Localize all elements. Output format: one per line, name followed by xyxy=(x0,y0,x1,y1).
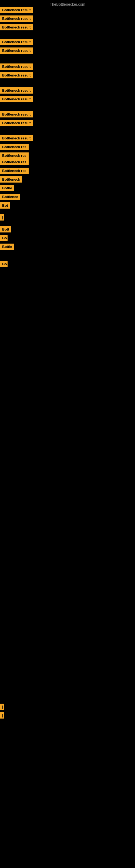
bottleneck-badge-row: Bottle xyxy=(0,185,14,192)
bottleneck-badge-row: Bot xyxy=(0,203,10,210)
bottleneck-result-badge: Bottleneck result xyxy=(0,96,33,102)
bottleneck-badge-row: | xyxy=(0,712,4,720)
bottleneck-badge-row: Bottlenec xyxy=(0,194,20,201)
bottleneck-result-badge: | xyxy=(0,214,4,220)
bottleneck-result-badge: Bottleneck res xyxy=(0,144,29,150)
bottleneck-badge-row: Bo xyxy=(0,261,8,268)
bottleneck-badge-row: Bo xyxy=(0,235,8,242)
bottleneck-result-badge: Bottlenec xyxy=(0,194,20,200)
bottleneck-badge-row: Bottleneck xyxy=(0,176,22,184)
bottleneck-result-badge: Bottleneck result xyxy=(0,39,33,45)
bottleneck-result-badge: Bottleneck result xyxy=(0,72,33,79)
bottleneck-result-badge: Bottleneck res xyxy=(0,167,29,174)
bottleneck-badge-row: Bottleneck res xyxy=(0,159,29,166)
bottleneck-result-badge: Bottleneck result xyxy=(0,63,33,70)
bottleneck-result-badge: Bottleneck result xyxy=(0,87,33,94)
bottleneck-result-badge: | xyxy=(0,712,4,718)
bottleneck-badge-row: Bottleneck result xyxy=(0,24,33,31)
bottleneck-badge-row: Bottleneck result xyxy=(0,48,33,55)
bottleneck-result-badge: Bo xyxy=(0,235,8,241)
bottleneck-badge-row: Bottleneck result xyxy=(0,96,33,103)
bottleneck-badge-row: Bottleneck result xyxy=(0,111,33,119)
bottleneck-badge-row: Bottleneck result xyxy=(0,16,33,23)
bottleneck-badge-row: Bottleneck result xyxy=(0,87,33,95)
bottleneck-result-badge: Bottleneck res xyxy=(0,152,29,159)
bottleneck-result-badge: Bott xyxy=(0,226,11,232)
bottleneck-result-badge: Bottleneck result xyxy=(0,120,33,126)
bottleneck-result-badge: | xyxy=(0,704,4,710)
bottleneck-badge-row: Bottleneck res xyxy=(0,167,29,175)
bottleneck-result-badge: Bottleneck result xyxy=(0,135,33,141)
bottleneck-badge-row: Bott xyxy=(0,226,11,234)
bottleneck-badge-row: Bottleneck result xyxy=(0,63,33,71)
bottleneck-result-badge: Bottleneck result xyxy=(0,24,33,30)
bottleneck-result-badge: Bottleneck result xyxy=(0,48,33,54)
bottleneck-badge-row: Bottleneck result xyxy=(0,120,33,127)
bottleneck-badge-row: Bottleneck result xyxy=(0,135,33,143)
bottleneck-badge-row: Bottleneck result xyxy=(0,7,33,14)
bottleneck-badge-row: Bottleneck res xyxy=(0,152,29,160)
bottleneck-result-badge: Bottleneck result xyxy=(0,7,33,13)
bottleneck-badge-row: | xyxy=(0,704,4,711)
bottleneck-badge-row: Bottleneck result xyxy=(0,72,33,80)
bottleneck-result-badge: Bottle xyxy=(0,244,14,250)
bottleneck-result-badge: Bottleneck result xyxy=(0,16,33,22)
bottleneck-badge-row: Bottle xyxy=(0,244,14,251)
bottleneck-result-badge: Bo xyxy=(0,261,8,267)
bottleneck-result-badge: Bottleneck result xyxy=(0,111,33,118)
bottleneck-result-badge: Bottle xyxy=(0,185,14,191)
bottleneck-result-badge: Bot xyxy=(0,203,10,209)
bottleneck-badge-row: Bottleneck res xyxy=(0,144,29,151)
bottleneck-result-badge: Bottleneck xyxy=(0,176,22,183)
bottleneck-result-badge: Bottleneck res xyxy=(0,159,29,165)
bottleneck-badge-row: | xyxy=(0,214,4,222)
bottleneck-badge-row: Bottleneck result xyxy=(0,39,33,46)
